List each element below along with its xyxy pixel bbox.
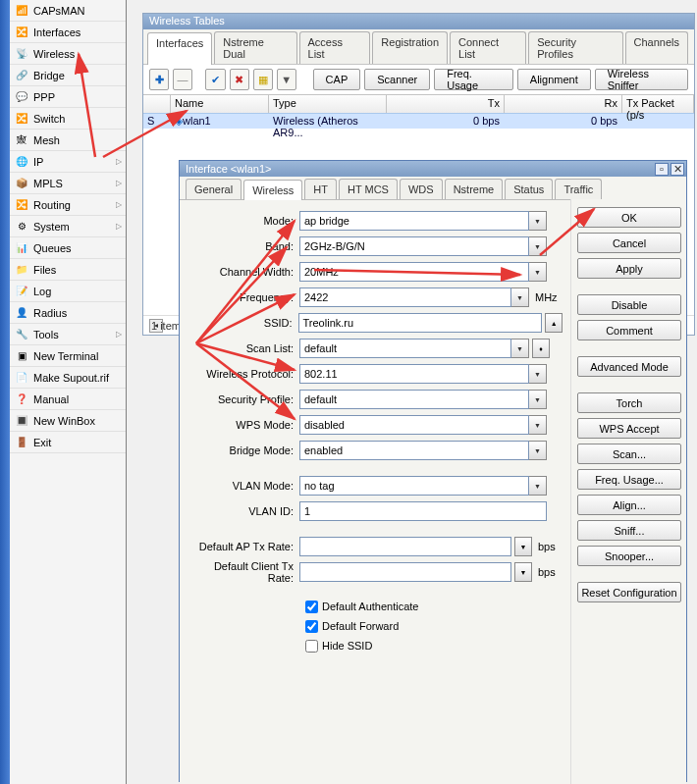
snooper-button[interactable]: Snooper...: [577, 546, 681, 566]
vlan-mode-field[interactable]: no tag: [299, 476, 529, 496]
security-profile-field[interactable]: default: [299, 390, 529, 409]
scanner-button[interactable]: Scanner: [364, 69, 430, 90]
sidebar-item-exit[interactable]: Exit: [10, 432, 126, 453]
sidebar-item-files[interactable]: Files: [10, 259, 126, 281]
tab-nstreme-dual[interactable]: Nstreme Dual: [214, 31, 296, 64]
freq-usage-button[interactable]: Freq. Usage: [434, 69, 513, 90]
sidebar-item-winbox[interactable]: New WinBox: [10, 410, 126, 432]
sidebar-item-capsman[interactable]: CAPsMAN: [10, 0, 126, 22]
sidebar-item-manual[interactable]: Manual: [10, 389, 126, 410]
close-button[interactable]: ✕: [670, 163, 684, 176]
tab-ht[interactable]: HT: [304, 179, 337, 199]
tab-registration[interactable]: Registration: [372, 31, 448, 64]
sniff-button[interactable]: Sniff...: [577, 520, 681, 541]
ok-button[interactable]: OK: [577, 207, 681, 228]
sidebar-item-ppp[interactable]: PPP: [10, 86, 126, 108]
ssid-field[interactable]: Treolink.ru: [298, 313, 543, 333]
scan-list-extra[interactable]: ♦: [532, 339, 550, 358]
sidebar-item-terminal[interactable]: New Terminal: [10, 345, 126, 367]
enable-button[interactable]: ✔: [205, 69, 225, 90]
col-name[interactable]: Name: [171, 95, 269, 113]
frequency-dropdown[interactable]: ▼: [511, 287, 529, 307]
tab-status[interactable]: Status: [505, 179, 553, 199]
bridge-mode-dropdown[interactable]: ▼: [529, 441, 547, 460]
tab-traffic[interactable]: Traffic: [555, 179, 602, 199]
scan-button[interactable]: Scan...: [577, 444, 681, 464]
default-forward-row[interactable]: Default Forward: [305, 616, 563, 636]
def-client-tx-down[interactable]: ▼: [514, 562, 532, 582]
col-flag[interactable]: [143, 95, 171, 113]
sidebar-item-radius[interactable]: Radius: [10, 302, 126, 324]
tab-wireless[interactable]: Wireless: [243, 180, 302, 200]
wireless-protocol-dropdown[interactable]: ▼: [529, 364, 547, 384]
def-client-tx-field[interactable]: [299, 562, 511, 582]
comment-button[interactable]: Comment: [577, 320, 681, 340]
sidebar-item-log[interactable]: Log: [10, 281, 126, 302]
sidebar-item-wireless[interactable]: Wireless: [10, 43, 126, 65]
frequency-field[interactable]: 2422: [299, 287, 511, 307]
default-authenticate-checkbox[interactable]: [305, 601, 318, 613]
mode-field[interactable]: ap bridge: [299, 211, 529, 231]
channel-width-dropdown[interactable]: ▼: [529, 262, 547, 282]
wireless-protocol-field[interactable]: 802.11: [299, 364, 529, 384]
tab-access-list[interactable]: Access List: [299, 31, 371, 64]
wps-mode-field[interactable]: disabled: [299, 415, 529, 435]
band-field[interactable]: 2GHz-B/G/N: [299, 236, 529, 256]
wps-mode-dropdown[interactable]: ▼: [529, 415, 547, 435]
hide-ssid-checkbox[interactable]: [305, 640, 318, 653]
apply-button[interactable]: Apply: [577, 258, 681, 279]
sidebar-item-switch[interactable]: Switch: [10, 108, 126, 130]
freq-usage-button[interactable]: Freq. Usage...: [577, 469, 681, 490]
torch-button[interactable]: Torch: [577, 392, 681, 413]
col-tx[interactable]: Tx: [387, 95, 505, 113]
tab-interfaces[interactable]: Interfaces: [147, 32, 212, 65]
tab-channels[interactable]: Channels: [625, 31, 688, 64]
reset-configuration-button[interactable]: Reset Configuration: [577, 582, 681, 602]
tab-htmcs[interactable]: HT MCS: [339, 179, 398, 199]
mode-dropdown[interactable]: ▼: [529, 211, 547, 231]
sidebar-item-mpls[interactable]: MPLS▷: [10, 173, 126, 194]
sidebar-item-tools[interactable]: Tools▷: [10, 324, 126, 345]
grid-row[interactable]: S ◈wlan1 Wireless (Atheros AR9... 0 bps …: [143, 113, 694, 129]
wireless-sniffer-button[interactable]: Wireless Sniffer: [595, 69, 688, 90]
cap-button[interactable]: CAP: [313, 69, 361, 90]
col-txpacket[interactable]: Tx Packet (p/s: [622, 95, 694, 113]
window-title[interactable]: Wireless Tables: [143, 14, 694, 29]
scan-list-field[interactable]: default: [299, 339, 511, 358]
disable-button[interactable]: Disable: [577, 294, 681, 315]
comment-button[interactable]: ▦: [253, 69, 273, 90]
add-button[interactable]: ✚: [149, 69, 169, 90]
tab-nstreme[interactable]: Nstreme: [445, 179, 504, 199]
channel-width-field[interactable]: 20MHz: [299, 262, 529, 282]
scan-list-dropdown[interactable]: ▼: [511, 339, 529, 358]
wps-accept-button[interactable]: WPS Accept: [577, 418, 681, 439]
dialog-titlebar[interactable]: Interface <wlan1> ▫ ✕: [180, 161, 686, 177]
vlan-id-field[interactable]: 1: [299, 501, 547, 521]
security-profile-dropdown[interactable]: ▼: [529, 390, 547, 409]
sidebar-item-queues[interactable]: Queues: [10, 237, 126, 259]
sidebar-item-routing[interactable]: Routing▷: [10, 194, 126, 216]
tab-connect-list[interactable]: Connect List: [450, 31, 526, 64]
remove-button[interactable]: —: [173, 69, 192, 90]
sidebar-item-system[interactable]: System▷: [10, 216, 126, 237]
filter-button[interactable]: ▼: [277, 69, 296, 90]
default-forward-checkbox[interactable]: [305, 620, 318, 633]
sidebar-item-ip[interactable]: IP▷: [10, 151, 126, 173]
default-authenticate-row[interactable]: Default Authenticate: [305, 597, 563, 616]
tab-wds[interactable]: WDS: [400, 179, 443, 199]
def-ap-tx-down[interactable]: ▼: [514, 537, 532, 556]
col-rx[interactable]: Rx: [505, 95, 622, 113]
band-dropdown[interactable]: ▼: [529, 236, 547, 256]
sidebar-item-supout[interactable]: Make Supout.rif: [10, 367, 126, 389]
sidebar-item-interfaces[interactable]: Interfaces: [10, 22, 126, 43]
disable-button[interactable]: ✖: [230, 69, 249, 90]
ssid-up-button[interactable]: ▲: [545, 313, 563, 333]
vlan-mode-dropdown[interactable]: ▼: [529, 476, 547, 496]
bridge-mode-field[interactable]: enabled: [299, 441, 529, 460]
col-type[interactable]: Type: [269, 95, 387, 113]
advanced-mode-button[interactable]: Advanced Mode: [577, 356, 681, 377]
minimize-button[interactable]: ▫: [655, 163, 669, 176]
hide-ssid-row[interactable]: Hide SSID: [305, 636, 563, 655]
cancel-button[interactable]: Cancel: [577, 233, 681, 253]
tab-general[interactable]: General: [186, 179, 241, 199]
